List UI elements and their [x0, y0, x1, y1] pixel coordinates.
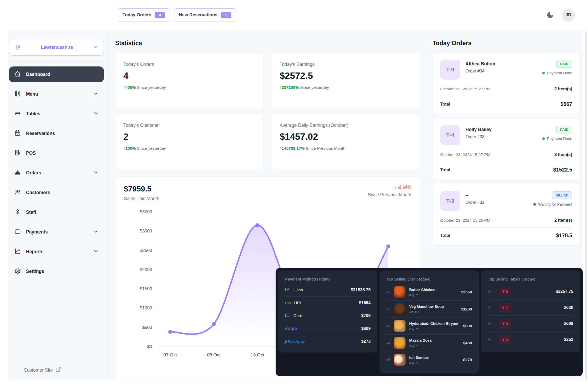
svg-text:$3500: $3500: [140, 209, 152, 214]
svg-text:13 Oct: 13 Oct: [251, 352, 264, 357]
table-badge: T-4: [440, 125, 460, 145]
payment-status-dot: [542, 72, 545, 74]
top-header: Today Orders 4 New Reservations 1 JD: [8, 0, 583, 30]
sidebar-item-label: POS: [26, 151, 99, 156]
payment-status-text: Payment Done: [547, 71, 572, 75]
table-rank: #4: [488, 338, 495, 342]
order-card[interactable]: T-9 Althea Bolton Order #34 PAID Payment…: [433, 53, 580, 114]
status-badge: PAID: [556, 60, 572, 68]
dish-amount: $600: [463, 324, 472, 328]
sidebar-item-customers[interactable]: Customers: [9, 185, 104, 200]
today-orders-button[interactable]: Today Orders 4: [118, 8, 170, 22]
sidebar-nav: Dashboard Menu Tables Reservation: [9, 66, 104, 283]
dish-rank: #3: [386, 324, 394, 328]
stat-title: Average Daily Earnings (October): [280, 123, 412, 128]
location-selector[interactable]: Lawrenceshire: [9, 39, 104, 56]
external-link-icon: [55, 367, 61, 373]
total-label: Total: [440, 102, 450, 107]
order-datetime: October 23, 2024 15:26 PM: [440, 218, 490, 223]
sidebar-item-tables[interactable]: Tables: [9, 106, 104, 122]
sidebar-item-settings[interactable]: Settings: [9, 263, 104, 279]
new-reservations-count-badge: 1: [221, 12, 231, 18]
order-number: Order #33: [465, 134, 491, 139]
order-card[interactable]: T-3 -- Order #32 BILLED Waiting for Paym…: [433, 184, 580, 246]
payment-method-label: Cash: [293, 288, 303, 292]
svg-text:$1500: $1500: [140, 286, 152, 291]
sales-subtitle: Sales This Month: [124, 196, 159, 201]
table-id-badge: T-5: [499, 287, 511, 296]
stat-title: Today's Earnings: [280, 62, 412, 67]
wallet-icon: [14, 228, 21, 236]
svg-text:$2500: $2500: [140, 248, 152, 253]
sales-change-pct: -2.64%: [398, 185, 411, 189]
location-label: Lawrenceshire: [21, 45, 93, 50]
total-label: Total: [440, 233, 450, 238]
up-arrow-icon: ↑: [123, 85, 125, 90]
stat-card-todays-orders: Today's Orders 4 ↑400% Since yesterday: [115, 53, 264, 108]
payment-method-label: UPI: [294, 300, 301, 305]
sidebar-item-reservations[interactable]: Reservations: [9, 126, 104, 141]
svg-text:$3000: $3000: [140, 229, 152, 233]
chevron-down-icon: [93, 91, 99, 98]
table-badge: T-9: [440, 60, 460, 80]
sidebar-item-orders[interactable]: Orders: [9, 165, 104, 181]
dish-photo: [394, 320, 405, 332]
table-amount: $2257.75: [556, 289, 573, 294]
dish-amount: $270: [463, 357, 472, 362]
order-datetime: October 23, 2024 15:27 PM: [440, 87, 490, 91]
table-badge: T-3: [440, 191, 460, 211]
insights-overlay: Payment Method (Today) Cash $31535.75 UP…: [276, 268, 583, 376]
dish-rank: #2: [386, 307, 394, 311]
customer-site-label: Customer Site: [24, 367, 53, 373]
sidebar-item-reports[interactable]: Reports: [9, 244, 104, 260]
customer-name: Holly Bailey: [465, 127, 491, 132]
credit-card-icon: [285, 313, 291, 319]
top-selling-dish-title: Top Selling Dish (Today): [386, 277, 472, 282]
page-scrollbar[interactable]: [585, 31, 587, 380]
payment-amount: $31535.75: [351, 288, 371, 292]
sidebar-item-staff[interactable]: Staff: [9, 204, 104, 220]
table-row: #4 T-6 $252: [488, 332, 573, 347]
top-selling-tables-title: Top Selling Tables (Today): [488, 277, 573, 282]
payment-row: stripe $609: [285, 322, 371, 335]
divider: [440, 227, 572, 228]
stat-title: Today's Orders: [123, 62, 256, 67]
sidebar-item-pos[interactable]: POS: [9, 145, 104, 161]
chevron-down-icon: [93, 248, 99, 255]
order-items-count: 3 Item(s): [554, 152, 572, 157]
table-row: #1 T-5 $2257.75: [488, 284, 573, 300]
stat-value: 4: [123, 70, 256, 81]
new-reservations-button[interactable]: New Reservations 1: [174, 8, 236, 22]
sidebar-item-payments[interactable]: Payments: [9, 224, 104, 240]
stat-title: Today's Customer: [123, 123, 256, 128]
banknote-icon: [285, 287, 291, 293]
sidebar-item-dashboard[interactable]: Dashboard: [9, 66, 104, 82]
dish-row: #4 Masala Dosa4 QTY $480: [386, 335, 472, 352]
dish-row: #2 Veg Manchow Soup10 QTY $1200: [386, 301, 472, 318]
payment-status-dot: [542, 137, 545, 140]
dish-amount: $480: [463, 341, 472, 345]
sidebar-item-label: Reports: [26, 249, 88, 255]
user-avatar[interactable]: JD: [562, 9, 575, 22]
dish-photo: [394, 303, 405, 315]
payment-status-text: Waiting for Payment: [538, 202, 572, 206]
payment-amount: $709: [361, 313, 371, 318]
top-selling-tables-panel: Top Selling Tables (Today) #1 T-5 $2257.…: [481, 271, 580, 352]
dark-mode-toggle[interactable]: [545, 10, 555, 20]
table-amount: $609: [564, 321, 573, 326]
customer-site-link[interactable]: Customer Site: [9, 367, 104, 373]
sidebar-item-label: Staff: [26, 210, 99, 215]
stat-card-todays-earnings: Today's Earnings $2572.5 ↑257250% Since …: [272, 53, 420, 108]
dish-qty: 10 QTY: [409, 310, 458, 313]
sidebar-item-label: Orders: [26, 170, 88, 176]
order-card[interactable]: T-4 Holly Bailey Order #33 PAID Payment …: [433, 118, 580, 180]
stripe-logo: stripe: [285, 326, 297, 331]
dish-amount: $1200: [461, 307, 472, 311]
dish-photo: [394, 337, 405, 349]
dish-name: Butter Chicken: [409, 288, 458, 292]
svg-text:$1000: $1000: [140, 305, 152, 310]
table-id-badge: T-8: [499, 319, 511, 328]
sidebar-item-menu[interactable]: Menu: [9, 86, 104, 102]
payment-row: Razorpay $273: [285, 335, 371, 348]
payment-amount: $1664: [359, 300, 371, 305]
